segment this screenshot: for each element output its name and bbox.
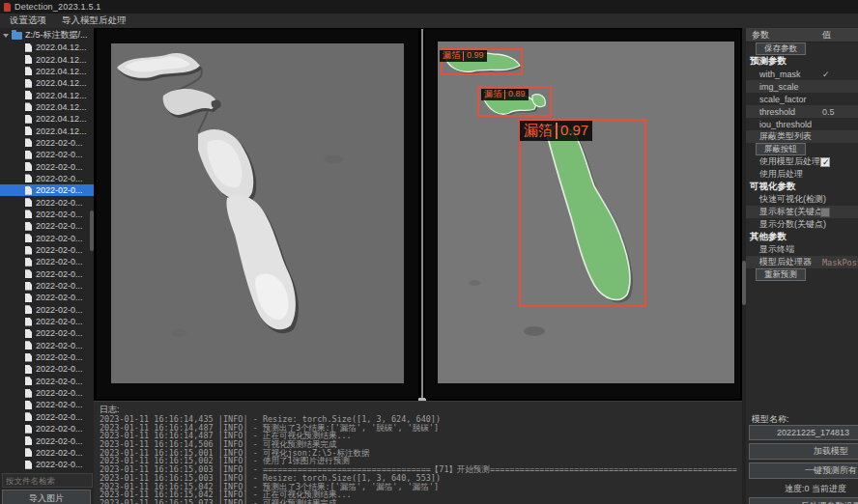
- tree-item-file[interactable]: 2022-02-0...: [0, 423, 94, 434]
- tree-item-file[interactable]: 2022-02-0...: [0, 447, 94, 459]
- tree-item-file[interactable]: 2022-02-0...: [0, 327, 94, 339]
- predict-all-button[interactable]: 一键预测所有: [749, 462, 858, 479]
- param-row[interactable]: 保存参数: [746, 42, 858, 55]
- log-lines: 2023-01-11 16:16:14,435 |INFO| - Resize:…: [100, 414, 746, 504]
- param-row[interactable]: scale_factor: [746, 93, 858, 105]
- tree-item-file[interactable]: 2022-02-0...: [0, 411, 94, 423]
- detection-label-chip: 漏箔0.97: [520, 121, 592, 141]
- chevron-down-icon[interactable]: [3, 34, 9, 38]
- tree-item-file[interactable]: 2022-02-0...: [0, 459, 94, 470]
- tree-item-label: 2022-02-0...: [36, 210, 83, 219]
- tree-item-label: 2022-02-0...: [36, 185, 83, 195]
- param-row[interactable]: 模型后处理器 MaskPostPro: [746, 256, 858, 268]
- tree-item-file[interactable]: 2022-02-0...: [0, 292, 94, 303]
- tree-item-file[interactable]: 2022.04.12...: [0, 77, 94, 89]
- menubar: 设置选项 导入模型后处理: [0, 14, 858, 29]
- param-row[interactable]: 重新预测: [746, 268, 858, 281]
- checkbox-icon[interactable]: [820, 208, 830, 217]
- tree-item-file[interactable]: 2022-02-0...: [0, 304, 94, 316]
- tree-item-file[interactable]: 2022-02-0...: [0, 244, 94, 256]
- file-icon: [25, 102, 32, 111]
- tree-item-file[interactable]: 2022-02-0...: [0, 376, 94, 387]
- log-line: 2023-01-11 16:16:15,002 |INFO| - 使用了1张图片…: [100, 456, 746, 464]
- file-icon: [25, 79, 32, 88]
- file-icon: [25, 198, 32, 207]
- param-row[interactable]: 使用后处理: [746, 168, 858, 181]
- param-row[interactable]: threshold 0.5: [746, 105, 858, 118]
- tree-item-file[interactable]: 2022.04.12...: [0, 89, 94, 100]
- tree-item-file[interactable]: 2022-02-0...: [0, 434, 94, 446]
- tree-item-file[interactable]: 2022.04.12...: [0, 53, 94, 65]
- file-icon: [25, 365, 32, 374]
- viewer-splitter[interactable]: [421, 29, 423, 399]
- search-input[interactable]: [2, 473, 93, 488]
- param-label: 显示标签(关键点): [759, 206, 826, 218]
- tree-item-label: 2022-02-0...: [36, 305, 83, 315]
- param-row[interactable]: img_scale: [746, 80, 858, 93]
- log-line: 2023-01-11 16:16:15,001 |INFO| - 可视化json…: [100, 448, 746, 457]
- file-icon: [25, 91, 32, 99]
- param-row[interactable]: 显示标签(关键点): [746, 206, 858, 218]
- tree-item-file[interactable]: 2022.04.12...: [0, 101, 94, 113]
- param-row[interactable]: 屏蔽按钮: [746, 143, 858, 155]
- tree-item-file[interactable]: 2022-02-0...: [0, 160, 94, 172]
- tree-item-label: 2022.04.12...: [36, 126, 87, 136]
- param-row[interactable]: 快速可视化(检测): [746, 193, 858, 206]
- tree-item-file[interactable]: 2022-02-0...: [0, 233, 94, 244]
- tree-item-file[interactable]: 2022-02-0...: [0, 470, 94, 471]
- file-icon: [25, 186, 32, 195]
- tree-item-file[interactable]: 2022-02-0...: [0, 280, 94, 292]
- tree-item-file[interactable]: 2022-02-0...: [0, 184, 94, 196]
- param-row[interactable]: 显示分数(关键点): [746, 218, 858, 231]
- tree-item-file[interactable]: 2022-02-0...: [0, 316, 94, 327]
- file-tree[interactable]: Z:/5-标注数据/... 2022.04.12... 2022.04.12..…: [0, 28, 94, 471]
- tree-item-file[interactable]: 2022-02-0...: [0, 209, 94, 220]
- tree-item-file[interactable]: 2022-02-0...: [0, 173, 94, 184]
- tree-item-file[interactable]: 2022-02-0...: [0, 387, 94, 399]
- param-row[interactable]: 显示终端: [746, 243, 858, 256]
- param-row[interactable]: 可视化参数: [746, 181, 858, 193]
- param-row[interactable]: 屏蔽类型列表: [746, 130, 858, 143]
- param-label: 可视化参数: [750, 181, 796, 193]
- param-row[interactable]: iou_threshold: [746, 118, 858, 130]
- param-row[interactable]: 其他参数: [746, 231, 858, 243]
- tree-item-file[interactable]: 2022.04.12...: [0, 42, 94, 53]
- tree-item-label: 2022-02-0...: [36, 174, 83, 183]
- postprocess-settings-button[interactable]: 后处理参数设置: [749, 497, 858, 504]
- tree-root-label: Z:/5-标注数据/...: [25, 29, 88, 42]
- param-table: 保存参数 预测参数 with_mask ✓ img_scal: [746, 42, 858, 281]
- tree-item-label: 2022-02-0...: [36, 245, 83, 255]
- tree-item-file[interactable]: 2022.04.12...: [0, 113, 94, 125]
- import-image-button[interactable]: 导入图片: [2, 490, 91, 504]
- tree-item-label: 2022-02-0...: [36, 377, 83, 386]
- param-header-name: 参数: [752, 29, 769, 42]
- model-name-field[interactable]: 20221225_174813: [749, 425, 858, 440]
- param-row[interactable]: 使用模型后处理: [746, 155, 858, 168]
- tree-item-file[interactable]: 2022-02-0...: [0, 340, 94, 351]
- param-row[interactable]: with_mask ✓: [746, 68, 858, 80]
- app-window: Detection_2023.1.5.1 设置选项 导入模型后处理 Z:/5-标…: [0, 0, 858, 504]
- tree-item-file[interactable]: 2022-02-0...: [0, 268, 94, 280]
- tree-item-file[interactable]: 2022-02-0...: [0, 149, 94, 160]
- tree-item-file[interactable]: 2022.04.12...: [0, 125, 94, 136]
- menu-item[interactable]: 导入模型后处理: [62, 14, 127, 27]
- image-viewer-prediction[interactable]: 漏箔0.99 漏箔0.89 漏箔0.97: [425, 29, 740, 399]
- menu-item[interactable]: 设置选项: [10, 14, 46, 27]
- file-icon: [25, 258, 32, 266]
- tree-item-file[interactable]: 2022-02-0...: [0, 220, 94, 232]
- tree-item-file[interactable]: 2022-02-0...: [0, 196, 94, 208]
- tree-item-file[interactable]: 2022-02-0...: [0, 399, 94, 410]
- tree-item-file[interactable]: 2022-02-0...: [0, 256, 94, 267]
- tree-root-folder[interactable]: Z:/5-标注数据/...: [0, 29, 94, 42]
- tree-item-file[interactable]: 2022.04.12...: [0, 66, 94, 77]
- image-viewer-original[interactable]: [97, 29, 418, 399]
- file-icon: [25, 425, 32, 434]
- log-panel[interactable]: 日志: 2023-01-11 16:16:14,435 |INFO| - Res…: [94, 401, 746, 504]
- load-model-button[interactable]: 加载模型: [749, 443, 858, 460]
- param-row[interactable]: 预测参数: [746, 55, 858, 68]
- checkbox-icon[interactable]: [820, 157, 830, 167]
- folder-icon: [12, 32, 22, 40]
- tree-item-file[interactable]: 2022-02-0...: [0, 363, 94, 375]
- tree-item-file[interactable]: 2022-02-0...: [0, 351, 94, 363]
- tree-item-file[interactable]: 2022-02-0...: [0, 137, 94, 149]
